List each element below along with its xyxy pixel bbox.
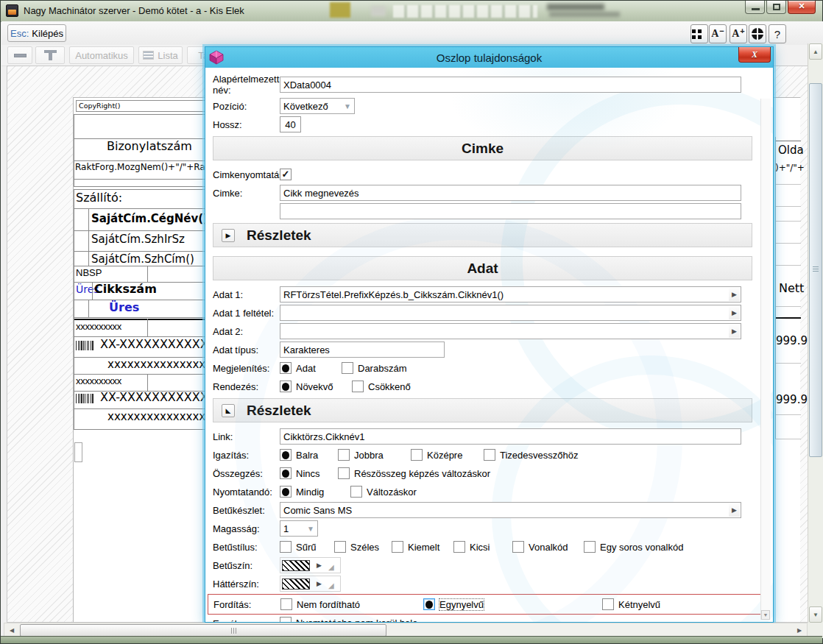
arrow-right-icon[interactable]: ▶	[317, 580, 322, 587]
maximize-button[interactable]	[766, 1, 786, 14]
font-increase-button[interactable]: A+	[730, 24, 747, 43]
height-select[interactable]: 1 ▼	[280, 520, 318, 537]
option-align-balra[interactable]: Balra	[280, 449, 338, 461]
font-style-label: Betűstílus:	[213, 542, 280, 553]
close-button[interactable]: ✕	[788, 1, 816, 14]
radio-checked-icon	[423, 598, 435, 610]
option-display-adat[interactable]: Adat	[280, 362, 342, 374]
option-display-darabszam[interactable]: Darabszám	[342, 362, 406, 374]
option-label: Jobbra	[354, 450, 384, 461]
label-text2-input[interactable]	[280, 203, 741, 219]
arrow-right-icon[interactable]: ▶	[729, 325, 740, 338]
dialog-title: Oszlop tulajdonságok	[437, 52, 542, 64]
translation-highlight-box: Fordítás: Nem fordítható Egynyelvű Kétny…	[208, 594, 763, 615]
details-section-title: Részletek	[247, 227, 311, 244]
radio-checked-icon	[280, 486, 292, 498]
option-print-mindig[interactable]: Mindig	[280, 486, 350, 498]
option-label: Vonalkód	[529, 542, 568, 553]
position-select[interactable]: Következő ▼	[280, 98, 355, 114]
expand-button[interactable]: ▶	[222, 229, 235, 242]
collapse-button[interactable]: ◣	[222, 404, 235, 417]
label-section-header: Cimke	[213, 136, 752, 160]
option-translation-nem[interactable]: Nem fordítható	[280, 598, 423, 610]
help-button[interactable]: ?	[769, 24, 786, 43]
checkbox-icon	[280, 541, 292, 553]
font-input[interactable]: Comic Sans MS ▶	[280, 502, 741, 518]
corner-triangle-icon[interactable]: ◢	[328, 563, 334, 571]
option-align-tizedes[interactable]: Tizedesvesszőhöz	[484, 449, 578, 461]
option-label: Kiemelt	[408, 542, 439, 553]
arrow-right-icon[interactable]: ▶	[317, 562, 322, 569]
font-color-picker[interactable]: ▶ ◢	[280, 557, 341, 573]
data1-input[interactable]: RFTörzsTétel.PrefixKépzés.b_Cikkszám.Cik…	[280, 286, 741, 302]
option-other-nyomtatasba[interactable]: Nyomtatásba nem kerül bele	[280, 617, 417, 622]
arrow-right-icon[interactable]: ▶	[729, 306, 740, 319]
link-input[interactable]: Cikktörzs.Cikknév1	[280, 428, 741, 445]
arrow-right-icon[interactable]: ▶	[729, 288, 740, 301]
data1-condition-input[interactable]: ▶	[280, 305, 741, 321]
option-style-kicsi[interactable]: Kicsi	[453, 541, 512, 553]
option-translation-egynyelvu[interactable]: Egynyelvű	[423, 598, 602, 610]
data2-label: Adat 2:	[213, 326, 280, 337]
list-button[interactable]: Lista	[138, 46, 183, 64]
scroll-up-button[interactable]: ▲	[809, 43, 822, 60]
option-sum-reszosszeg[interactable]: Részösszeg képzés változáskor	[338, 467, 490, 479]
gridline	[147, 374, 148, 391]
dialog-close-button[interactable]: X	[738, 47, 771, 63]
option-sort-novekvo[interactable]: Növekvő	[280, 381, 352, 392]
option-sum-nincs[interactable]: Nincs	[280, 467, 338, 479]
details-section-header: ▶ Részletek	[213, 223, 752, 247]
navigate-button[interactable]	[749, 24, 766, 43]
option-style-szeles[interactable]: Széles	[334, 541, 392, 553]
scroll-left-button[interactable]: ◀	[5, 624, 18, 637]
horizontal-scroll-thumb[interactable]	[20, 624, 386, 637]
insert-column-button[interactable]	[35, 46, 65, 64]
option-align-jobbra[interactable]: Jobbra	[338, 449, 411, 461]
option-align-kozepre[interactable]: Középre	[411, 449, 484, 461]
option-sort-csokkeno[interactable]: Csökkenő	[352, 381, 411, 392]
default-name-input[interactable]: XData0004	[280, 77, 741, 93]
option-label: Kicsi	[470, 542, 490, 553]
dialog-scrollbar[interactable]: ▼	[760, 99, 771, 620]
vertical-scrollbar[interactable]: ▲ ▼	[808, 43, 823, 623]
scroll-down-button[interactable]: ▼	[809, 606, 822, 623]
option-style-vonalkod[interactable]: Vonalkód	[512, 541, 584, 553]
checkbox-icon	[280, 617, 292, 622]
option-style-suru[interactable]: Sűrű	[280, 541, 334, 553]
automatic-button[interactable]: Automatikus	[69, 46, 134, 64]
corner-triangle-icon[interactable]: ◢	[328, 581, 334, 590]
option-label: Nem fordítható	[297, 599, 360, 610]
data2-input[interactable]: ▶	[280, 323, 741, 339]
option-translation-ketnyelvu[interactable]: Kétnyelvű	[602, 598, 660, 610]
checkbox-icon	[338, 449, 350, 461]
color-swatch[interactable]	[282, 578, 310, 590]
grid-view-button[interactable]	[690, 24, 708, 43]
gridline	[147, 319, 148, 336]
color-swatch[interactable]	[282, 560, 310, 571]
font-decrease-button[interactable]: A−	[709, 24, 727, 43]
label-print-checkbox[interactable]	[280, 169, 292, 180]
gridline	[775, 265, 801, 266]
chevron-down-icon: ▼	[344, 102, 351, 110]
length-input[interactable]: 40	[280, 116, 301, 132]
option-print-valtozaskor[interactable]: Változáskor	[350, 486, 417, 498]
dialog-scroll-down-button[interactable]: ▼	[761, 610, 770, 620]
vertical-scroll-thumb[interactable]	[809, 83, 822, 457]
checkbox-icon	[602, 598, 614, 610]
label-text-input[interactable]: Cikk megnevezés	[280, 185, 741, 201]
minus-icon: −	[719, 26, 724, 35]
option-label: Kétnyelvű	[618, 599, 660, 610]
minimize-icon	[752, 8, 760, 10]
gridline	[74, 189, 74, 266]
arrow-right-icon[interactable]: ▶	[729, 503, 740, 517]
checkbox-icon	[584, 541, 596, 553]
minimize-button[interactable]	[745, 1, 765, 14]
remove-column-button[interactable]	[7, 46, 32, 64]
data-type-input[interactable]: Karakteres	[280, 342, 445, 358]
option-style-egysoros[interactable]: Egy soros vonalkód	[584, 541, 683, 553]
height-value: 1	[283, 523, 289, 534]
exit-button[interactable]: Esc: Kilépés	[7, 24, 66, 42]
scroll-right-button[interactable]: ▶	[793, 624, 806, 637]
bg-color-picker[interactable]: ▶ ◢	[280, 576, 341, 592]
option-style-kiemelt[interactable]: Kiemelt	[392, 541, 453, 553]
